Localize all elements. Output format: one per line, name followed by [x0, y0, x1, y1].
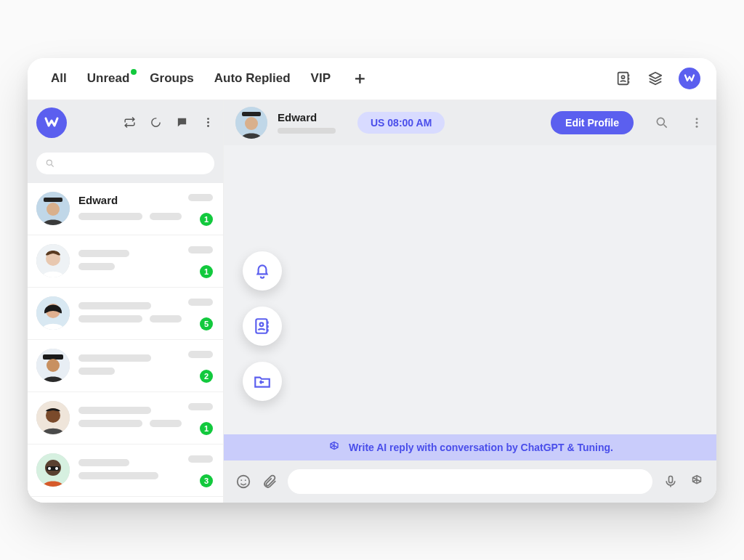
svg-point-3	[207, 118, 209, 120]
avatar	[36, 453, 70, 487]
chat-body	[224, 145, 716, 434]
sidebar-search[interactable]	[36, 153, 214, 174]
message-composer	[224, 460, 716, 503]
svg-rect-36	[669, 476, 673, 482]
tab-unread[interactable]: Unread	[87, 71, 130, 86]
conversation-item[interactable]: 3	[28, 445, 223, 497]
brand-badge[interactable]	[679, 68, 700, 89]
conversation-item[interactable]: 1	[28, 392, 223, 445]
add-tab-button[interactable]	[351, 70, 368, 87]
fab-contact-card[interactable]	[243, 307, 282, 346]
unread-badge: 5	[200, 317, 213, 330]
unread-badge: 3	[200, 474, 213, 487]
svg-rect-15	[43, 354, 63, 360]
svg-point-9	[46, 203, 60, 216]
svg-point-16	[46, 359, 60, 372]
sidebar-header	[28, 100, 223, 145]
svg-point-5	[207, 125, 209, 127]
search-icon	[45, 158, 55, 169]
emoji-icon[interactable]	[235, 474, 251, 490]
placeholder-line	[78, 250, 129, 257]
unread-badge: 2	[200, 370, 213, 383]
top-nav: All Unread Groups Auto Replied VIP	[28, 58, 716, 100]
placeholder-line	[78, 315, 142, 322]
contact-card-icon	[253, 317, 272, 336]
chat-more-icon[interactable]	[689, 115, 705, 131]
edit-profile-button[interactable]: Edit Profile	[551, 111, 634, 134]
chat-header-avatar[interactable]	[235, 107, 267, 139]
tab-auto-replied[interactable]: Auto Replied	[214, 71, 291, 86]
placeholder-line	[78, 459, 129, 466]
tab-vip[interactable]: VIP	[311, 71, 331, 86]
chat-title-block: Edward	[278, 111, 336, 134]
unread-badge: 1	[200, 265, 213, 278]
openai-icon	[327, 440, 341, 455]
layers-icon[interactable]	[647, 70, 664, 87]
filter-tabs: All Unread Groups Auto Replied VIP	[51, 70, 368, 87]
avatar	[36, 296, 70, 330]
svg-point-27	[657, 118, 664, 125]
avatar	[36, 244, 70, 277]
tab-groups[interactable]: Groups	[150, 71, 193, 86]
svg-point-30	[696, 125, 698, 127]
placeholder-line	[78, 302, 151, 309]
timezone-pill[interactable]: US 08:00 AM	[357, 112, 445, 134]
svg-point-35	[245, 479, 246, 481]
placeholder-line	[150, 420, 182, 427]
app-logo[interactable]	[36, 107, 67, 138]
fab-notifications[interactable]	[243, 251, 282, 291]
search-in-chat-icon[interactable]	[654, 115, 670, 131]
svg-point-6	[46, 160, 52, 165]
ai-reply-banner[interactable]: Write AI reply with conversation by Chat…	[224, 434, 716, 460]
conversation-item[interactable]: Edward 1	[28, 183, 223, 235]
svg-point-4	[207, 121, 209, 123]
time-placeholder	[188, 455, 213, 463]
repeat-icon[interactable]	[123, 116, 136, 129]
time-placeholder	[188, 299, 213, 306]
avatar	[36, 349, 70, 382]
loading-circle-icon[interactable]	[149, 116, 162, 129]
app-body: Edward 1 1	[28, 100, 716, 503]
unread-indicator-dot	[131, 69, 137, 75]
time-placeholder	[188, 194, 213, 201]
svg-point-2	[151, 118, 159, 126]
sidebar-search-wrap	[28, 145, 223, 183]
conversation-item[interactable]: 2	[28, 340, 223, 392]
svg-rect-8	[44, 198, 62, 202]
more-vert-icon[interactable]	[201, 116, 214, 129]
contacts-icon[interactable]	[615, 70, 632, 87]
conversation-item[interactable]: 1	[28, 235, 223, 288]
time-placeholder	[188, 246, 213, 253]
app-window: All Unread Groups Auto Replied VIP	[28, 58, 716, 503]
attachment-icon[interactable]	[262, 474, 278, 490]
conversation-item[interactable]: 5	[28, 288, 223, 340]
fab-archive[interactable]	[243, 362, 282, 401]
message-input[interactable]	[288, 469, 652, 494]
sidebar-actions	[123, 116, 214, 129]
avatar	[36, 192, 70, 225]
svg-point-33	[238, 475, 250, 487]
placeholder-line	[78, 263, 115, 270]
folder-return-icon	[253, 372, 272, 391]
placeholder-line	[78, 420, 142, 427]
tab-unread-label: Unread	[87, 71, 130, 85]
svg-point-29	[696, 121, 698, 123]
placeholder-line	[78, 354, 151, 362]
time-placeholder	[188, 351, 213, 358]
conversation-list: Edward 1 1	[28, 183, 223, 503]
ai-assist-icon[interactable]	[689, 474, 705, 490]
chat-subtitle-placeholder	[278, 128, 336, 134]
unread-badge: 1	[200, 213, 213, 226]
chat-bubble-icon[interactable]	[175, 116, 188, 129]
chat-header: Edward US 08:00 AM Edit Profile	[224, 100, 716, 145]
unread-badge: 1	[200, 422, 213, 435]
placeholder-line	[150, 315, 182, 322]
tab-all[interactable]: All	[51, 71, 67, 86]
avatar	[36, 401, 70, 434]
chat-pane: Edward US 08:00 AM Edit Profile	[224, 100, 716, 503]
mic-icon[interactable]	[663, 474, 679, 490]
placeholder-line	[78, 472, 158, 479]
svg-point-32	[260, 322, 264, 326]
placeholder-line	[78, 368, 115, 375]
placeholder-line	[78, 407, 151, 414]
